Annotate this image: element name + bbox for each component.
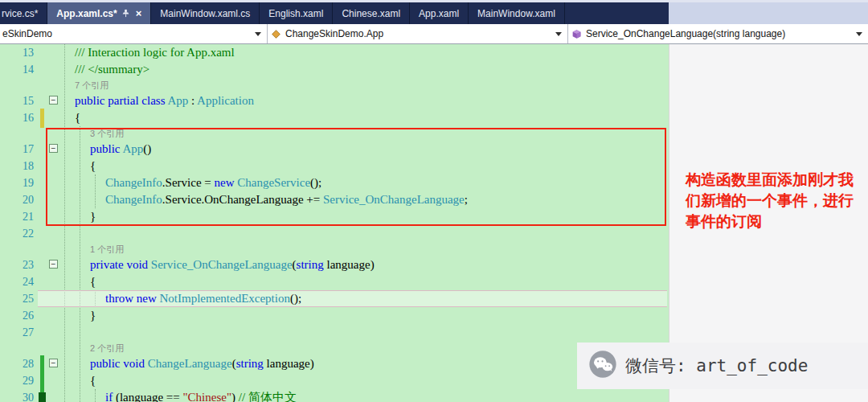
line-number: 26 [0,307,34,324]
token-pl: (language == [116,391,183,402]
code-text: { [75,109,80,126]
token-pl: (); [290,292,301,305]
line-number: 27 [0,324,34,341]
tab-rvice-cs[interactable]: rvice.cs* [0,2,47,24]
token-pl: language) [324,258,375,271]
navigation-bar: eSkinDemo ChangeSkinDemo.App Service_OnC… [0,24,868,44]
line-number: 15 [0,92,34,109]
code-line-29: 29{ [0,372,669,389]
tab-list: rvice.cs*App.xaml.cs*×MainWindow.xaml.cs… [0,2,669,24]
wechat-icon [588,350,617,382]
tab-label: Chinese.xaml [342,8,400,19]
tab-bar: rvice.cs*App.xaml.cs*×MainWindow.xaml.cs… [0,0,669,24]
fold-collapse-icon[interactable]: − [49,96,58,105]
code-text: /// </summary> [75,61,149,78]
tab-label: App.xaml.cs* [56,8,117,19]
code-line-27: 27 [0,324,669,341]
tab-app-xaml[interactable]: App.xaml [410,2,469,24]
token-com: /// Interaction logic for App.xaml [75,46,235,59]
code-text: { [90,372,96,389]
type-dropdown[interactable]: ChangeSkinDemo.App [268,24,568,43]
code-text: public partial class App : Application [75,92,254,109]
line-number: 20 [0,191,34,208]
token-ty: Application [197,94,254,107]
code-text: public void ChangeLanguage(string langua… [90,355,314,372]
codelens-references[interactable]: 7 个引用 [75,78,108,92]
codelens-references[interactable]: 2 个引用 [90,341,124,355]
method-icon [571,29,582,39]
token-str: "Chinese" [182,391,231,402]
change-tracking-bar-yellow [40,109,44,128]
code-line-25: 25throw new NotImplementedException(); [0,290,669,307]
codelens-references[interactable]: 1 个引用 [90,242,124,256]
code-line-13: 13/// Interaction logic for App.xaml [0,44,669,61]
annotation-text: 构造函数里面添加刚才我们新增的一个事件，进行事件的订阅 [686,170,854,232]
member-dropdown-label: Service_OnChangeLanguage(string language… [586,28,785,39]
line-number: 30 [0,389,34,402]
code-line-14: 14/// </summary> [0,61,669,78]
project-dropdown[interactable]: eSkinDemo [0,24,268,43]
token-ty: App [167,94,188,107]
tab-mainwindow-xaml[interactable]: MainWindow.xaml [469,2,565,24]
token-pl: ) [231,391,239,402]
token-kw: string [236,357,264,370]
tab-label: MainWindow.xaml [477,8,555,19]
member-dropdown[interactable]: Service_OnChangeLanguage(string language… [568,24,868,43]
code-text: { [90,273,96,290]
code-editor[interactable]: 13/// Interaction logic for App.xaml14//… [0,44,669,402]
line-number: 23 [0,256,34,273]
line-number: 19 [0,174,34,191]
line-number: 22 [0,225,34,242]
code-text: if (language == "Chinese") // 简体中文 [105,389,297,402]
token-kw: if [105,391,116,402]
code-line-24: 24{ [0,273,669,290]
codelens-row: 1 个引用 [0,242,669,256]
fold-collapse-icon[interactable]: − [49,260,58,269]
code-text: private void Service_OnChangeLanguage(st… [90,256,375,273]
watermark-label: 微信号: art_of_code [625,355,808,377]
pin-icon[interactable] [121,9,130,18]
line-number: 29 [0,372,34,389]
token-pl: { [90,275,96,288]
chevron-down-icon [856,32,862,36]
code-line-15: 15−public partial class App : Applicatio… [0,92,669,109]
token-kw: throw new [105,292,160,305]
class-icon [271,29,281,39]
code-text: throw new NotImplementedException(); [105,290,301,307]
codelens-row: 7 个引用 [0,78,669,92]
change-tracking-bar-dark-green [39,392,46,402]
token-ty: Service_OnChangeLanguage [151,258,293,271]
code-line-28: 28−public void ChangeLanguage(string lan… [0,355,669,372]
annotation-line: 构造函数里面添加刚才我 [686,170,854,191]
token-pl: : [188,94,197,107]
fold-collapse-icon[interactable]: − [49,359,58,367]
tab-english-xaml[interactable]: English.xaml [260,2,333,24]
annotation-line: 事件的订阅 [686,211,854,232]
token-kw: private void [90,258,151,271]
line-number: 17 [0,141,34,158]
tab-app-xaml-cs[interactable]: App.xaml.cs*× [47,2,151,24]
line-number: 25 [0,290,34,307]
token-kw: public partial class [75,94,167,107]
tab-mainwindow-xaml-cs[interactable]: MainWindow.xaml.cs [151,2,260,24]
code-line-30: 30if (language == "Chinese") // 简体中文 [0,389,669,402]
line-number: 14 [0,61,34,78]
code-line-26: 26} [0,307,669,324]
token-pl: language) [264,357,314,370]
codelens-row: 2 个引用 [0,341,669,355]
token-kw: string [297,258,324,271]
token-com: // 简体中文 [239,391,297,402]
token-kw: public void [90,357,148,370]
annotation-line: 们新增的一个事件，进行 [686,191,854,211]
tab-label: English.xaml [268,8,323,19]
tab-label: MainWindow.xaml.cs [160,8,250,19]
close-icon[interactable]: × [136,8,142,18]
window-top-edge [0,0,868,2]
line-number: 18 [0,158,34,174]
annotation-rectangle [46,128,666,226]
type-dropdown-label: ChangeSkinDemo.App [285,28,383,39]
chevron-down-icon [255,32,261,36]
tab-label: App.xaml [419,8,459,19]
chevron-down-icon [555,32,562,36]
tab-chinese-xaml[interactable]: Chinese.xaml [333,2,410,24]
